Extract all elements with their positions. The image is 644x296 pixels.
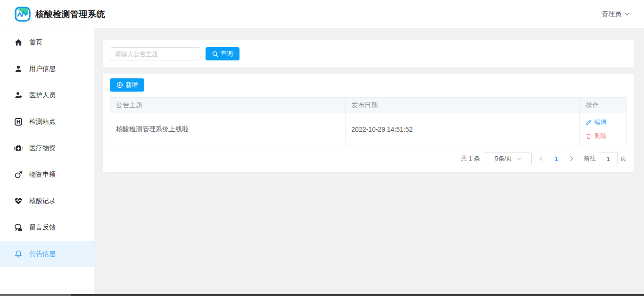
user-icon — [14, 65, 23, 73]
sidebar-item-label: 医护人员 — [29, 91, 56, 100]
sidebar-item-feedback[interactable]: 留言反馈 — [0, 214, 94, 241]
cell-date: 2022-10-29 14:51:52 — [346, 113, 580, 145]
home-icon — [14, 38, 23, 47]
chevron-down-icon — [624, 11, 630, 17]
query-button-label: 查询 — [221, 50, 233, 58]
goto-page-input[interactable] — [599, 152, 618, 165]
search-card: 查询 — [103, 40, 634, 68]
medical-staff-icon — [14, 91, 23, 100]
column-header-operations: 操作 — [580, 98, 627, 113]
search-input[interactable] — [110, 47, 200, 60]
sidebar-item-label: 首页 — [29, 38, 42, 47]
chevron-down-icon — [517, 156, 521, 161]
sidebar-item-announcements[interactable]: 公告信息 — [0, 241, 94, 267]
pencil-icon — [586, 119, 592, 126]
sidebar-item-label: 医疗物资 — [29, 144, 56, 152]
scrollbar-thumb[interactable] — [0, 294, 71, 296]
announcement-card: 新增 公告主题 发布日期 操作 核酸检测管理系统上线啦 2022-10-29 1… — [103, 74, 634, 172]
table-header-row: 公告主题 发布日期 操作 — [110, 98, 627, 113]
apply-arrow-icon — [14, 170, 23, 179]
sidebar-item-label: 用户信息 — [29, 65, 56, 73]
trash-icon — [586, 133, 592, 139]
sidebar-item-users[interactable]: 用户信息 — [0, 56, 94, 82]
hospital-icon — [14, 118, 23, 126]
search-icon — [212, 51, 218, 57]
pagination-goto: 前往 页 — [584, 152, 627, 165]
app-logo-icon — [14, 6, 31, 23]
cell-subject: 核酸检测管理系统上线啦 — [110, 113, 346, 145]
sidebar-item-home[interactable]: 首页 — [0, 29, 94, 56]
main-content: 查询 新增 公告主题 发布日期 操作 核酸检测管理系统上线啦 2022-10-2… — [94, 28, 644, 294]
sidebar-item-medical-staff[interactable]: 医护人员 — [0, 82, 94, 109]
sidebar-item-supplies[interactable]: 医疗物资 — [0, 135, 94, 161]
announcement-table: 公告主题 发布日期 操作 核酸检测管理系统上线啦 2022-10-29 14:5… — [110, 97, 627, 145]
sidebar-item-label: 留言反馈 — [29, 223, 56, 232]
first-aid-kit-icon — [14, 144, 23, 152]
cell-operations: 编辑 删除 — [580, 113, 627, 145]
sidebar-item-records[interactable]: 核酸记录 — [0, 188, 94, 214]
sidebar-item-label: 物资申领 — [29, 170, 56, 179]
delete-button[interactable]: 删除 — [586, 132, 620, 140]
table-row: 核酸检测管理系统上线啦 2022-10-29 14:51:52 编辑 — [110, 113, 627, 145]
next-page-button[interactable] — [566, 156, 577, 161]
chat-bubbles-icon — [14, 223, 23, 232]
pagination: 共 1 条 5条/页 1 前往 页 — [110, 152, 627, 165]
sidebar-item-apply[interactable]: 物资申领 — [0, 161, 94, 188]
pagination-total: 共 1 条 — [461, 154, 480, 163]
column-header-date: 发布日期 — [346, 98, 580, 113]
page-size-select[interactable]: 5条/页 — [485, 152, 532, 165]
sidebar-item-label: 核酸记录 — [29, 197, 56, 205]
brand: 核酸检测管理系统 — [14, 6, 105, 23]
user-name: 管理员 — [602, 10, 621, 18]
bell-icon — [14, 250, 23, 258]
edit-label: 编辑 — [594, 118, 606, 127]
add-button[interactable]: 新增 — [110, 78, 144, 92]
horizontal-scrollbar[interactable] — [0, 294, 644, 296]
add-button-label: 新增 — [125, 81, 138, 89]
app-title: 核酸检测管理系统 — [35, 8, 105, 20]
page-size-value: 5条/页 — [495, 154, 512, 163]
user-menu[interactable]: 管理员 — [602, 10, 630, 18]
column-header-subject: 公告主题 — [110, 98, 346, 113]
sidebar-item-label: 公告信息 — [29, 250, 56, 258]
page-number-1[interactable]: 1 — [551, 155, 562, 162]
query-button[interactable]: 查询 — [206, 47, 239, 60]
heartbeat-icon — [14, 197, 23, 205]
edit-button[interactable]: 编辑 — [586, 118, 620, 127]
circle-plus-icon — [116, 82, 123, 88]
sidebar-item-stations[interactable]: 检测站点 — [0, 109, 94, 135]
sidebar: 首页 用户信息 医护人员 检测站点 医疗物资 物资申领 核酸记录 — [0, 28, 94, 294]
sidebar-item-label: 检测站点 — [29, 118, 56, 126]
prev-page-button[interactable] — [536, 156, 547, 161]
page-unit-label: 页 — [620, 154, 627, 163]
app-header: 核酸检测管理系统 管理员 — [0, 0, 644, 28]
delete-label: 删除 — [594, 132, 606, 140]
goto-label: 前往 — [584, 154, 596, 163]
